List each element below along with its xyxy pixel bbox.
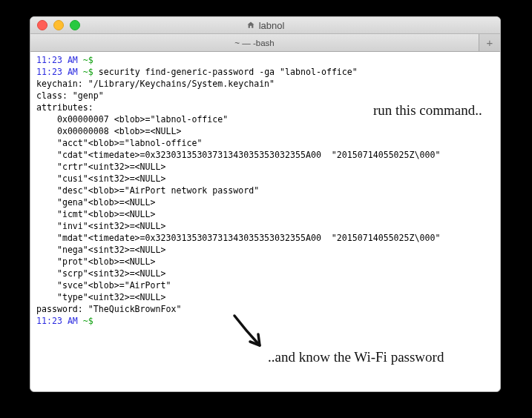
annotation-know-password: ..and know the Wi-Fi password bbox=[268, 349, 444, 365]
plus-icon: + bbox=[487, 36, 493, 49]
output-line: "prot"<blob>=<NULL> bbox=[36, 256, 494, 268]
output-line: "acct"<blob>="labnol-office" bbox=[36, 138, 494, 150]
home-icon bbox=[246, 21, 255, 30]
output-line: "cusi"<sint32>=<NULL> bbox=[36, 173, 494, 185]
command-line: 11:23 AM ~$ security find-generic-passwo… bbox=[36, 67, 494, 79]
prompt-line: 11:23 AM ~$ bbox=[36, 55, 494, 67]
output-line: attributes: bbox=[36, 102, 494, 114]
tab-bar: ~ — -bash + bbox=[30, 34, 500, 52]
terminal-content[interactable]: 11:23 AM ~$11:23 AM ~$ security find-gen… bbox=[30, 52, 500, 334]
output-line: "cdat"<timedate>=0x323031353037313430353… bbox=[36, 150, 494, 162]
output-line: "icmt"<blob>=<NULL> bbox=[36, 209, 494, 221]
maximize-button[interactable] bbox=[70, 20, 80, 30]
output-line: "svce"<blob>="AirPort" bbox=[36, 280, 494, 292]
output-line: "mdat"<timedate>=0x323031353037313430353… bbox=[36, 233, 494, 245]
traffic-lights bbox=[30, 20, 80, 30]
output-line: "desc"<blob>="AirPort network password" bbox=[36, 185, 494, 197]
output-line: "crtr"<uint32>=<NULL> bbox=[36, 162, 494, 173]
output-line: "invi"<sint32>=<NULL> bbox=[36, 221, 494, 233]
password-line: password: "TheQuickBrownFox" bbox=[36, 304, 494, 316]
close-button[interactable] bbox=[37, 20, 47, 30]
titlebar: labnol bbox=[30, 17, 500, 34]
tab-bash[interactable]: ~ — -bash bbox=[30, 34, 479, 51]
new-tab-button[interactable]: + bbox=[479, 34, 500, 51]
output-line: "nega"<sint32>=<NULL> bbox=[36, 245, 494, 256]
output-line: 0x00000008 <blob>=<NULL> bbox=[36, 126, 494, 138]
tab-label: ~ — -bash bbox=[234, 39, 274, 47]
output-line: "type"<uint32>=<NULL> bbox=[36, 292, 494, 304]
output-line: "scrp"<sint32>=<NULL> bbox=[36, 268, 494, 280]
output-line: class: "genp" bbox=[36, 90, 494, 102]
output-line: 0x00000007 <blob>="labnol-office" bbox=[36, 114, 494, 126]
prompt-line: 11:23 AM ~$ bbox=[36, 316, 494, 328]
minimize-button[interactable] bbox=[53, 20, 64, 30]
terminal-window: labnol ~ — -bash + 11:23 AM ~$11:23 AM ~… bbox=[30, 16, 501, 392]
output-line: keychain: "/Library/Keychains/System.key… bbox=[36, 79, 494, 90]
window-title: labnol bbox=[259, 20, 285, 31]
output-line: "gena"<blob>=<NULL> bbox=[36, 197, 494, 209]
